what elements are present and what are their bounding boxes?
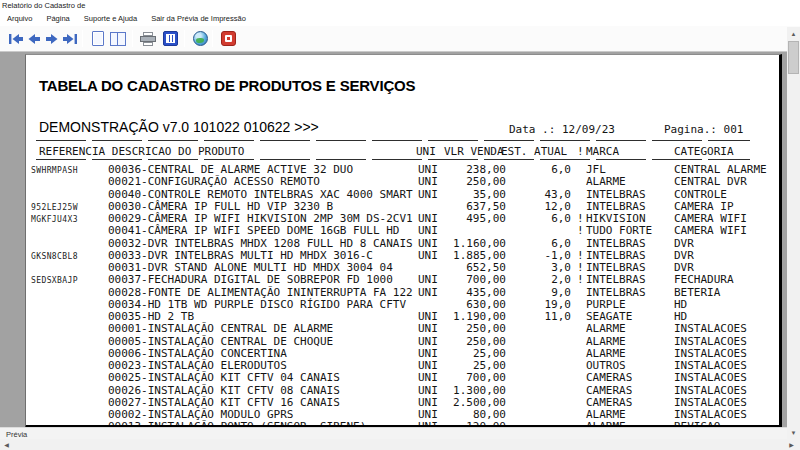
horizontal-scrollbar[interactable]: ◀ ▶ (0, 439, 800, 450)
previous-page-button[interactable] (24, 29, 44, 48)
table-row: 00041-CÂMERA IP WIFI SPEED DOME 16GB FUL… (26, 225, 779, 237)
scroll-right-arrow-icon[interactable]: ▶ (785, 439, 798, 450)
column-header-marca: MARCA (586, 145, 619, 158)
cell-marca: ALARME (586, 323, 626, 335)
report-date: Data .: 12/09/23 (509, 123, 615, 136)
table-row: 00026-INSTALAÇÃO KIT CFTV 08 CANAISUNI1.… (26, 385, 779, 397)
cell-marca: CAMERAS (586, 372, 632, 384)
cell-desc: 00005-INSTALAÇÃO CENTRAL DE CHOQUE (108, 336, 333, 348)
cell-marca: ALARME (586, 176, 626, 188)
last-page-button[interactable] (60, 29, 80, 48)
print-button[interactable] (138, 29, 158, 48)
report-setup-button[interactable] (160, 29, 180, 48)
status-label: Prévia (6, 430, 27, 439)
cell-desc: 00028-FONTE DE ALIMENTAÇÃO ININTERRUPTA … (108, 287, 413, 299)
table-row: 00001-INSTALAÇÃO CENTRAL DE ALARMEUNI250… (26, 323, 779, 335)
cell-vlr: 700,00 (396, 274, 506, 286)
cell-cat: DVR (674, 238, 694, 250)
cell-cat: CENTRAL DVR (674, 176, 747, 188)
report-demo-line: DEMONSTRAÇÃO v7.0 101022 010622 >>> (39, 119, 319, 135)
cell-marca: INTELBRAS (586, 189, 646, 201)
two-page-view-button[interactable] (108, 29, 128, 48)
cell-desc: 00040-CONTROLE REMOTO INTELBRAS XAC 4000… (108, 189, 413, 201)
cell-vlr: 35,00 (396, 189, 506, 201)
first-page-button[interactable] (6, 29, 26, 48)
cell-est: 43,0 (506, 189, 571, 201)
cell-desc: 00001-INSTALAÇÃO CENTRAL DE ALARME (108, 323, 333, 335)
column-header-vlr-venda: VLR VENDA (444, 145, 504, 158)
cell-vlr: 250,00 (396, 336, 506, 348)
cell-flag: ! (577, 274, 584, 286)
cell-vlr: 1.160,00 (396, 238, 506, 250)
report-page-number: Pagina.: 001 (664, 123, 743, 136)
cell-est: 6,0 (506, 238, 571, 250)
cell-marca: INTELBRAS (586, 287, 646, 299)
cell-desc: 00037-FECHADURA DIGITAL DE SOBREPOR FD 1… (108, 274, 393, 286)
cell-cat: BETERIA (674, 287, 720, 299)
toolbar-separator (184, 30, 185, 47)
menu-item-suporte-e-ajuda[interactable]: Suporte e Ajuda (77, 12, 144, 25)
cell-uni: UNI (418, 225, 438, 237)
table-row: 00025-INSTALAÇÃO KIT CFTV 04 CANAISUNI70… (26, 372, 779, 384)
menu-item-p-gina[interactable]: Página (39, 12, 76, 25)
cell-marca: INTELBRAS (586, 238, 646, 250)
menu-item-arquivo[interactable]: Arquivo (0, 12, 39, 25)
cell-vlr: 1.300,00 (396, 385, 506, 397)
vertical-scrollbar[interactable]: ▲ ▼ (787, 27, 800, 439)
table-row: SEDSXBAJP00037-FECHADURA DIGITAL DE SOBR… (26, 274, 779, 286)
cell-cat: INSTALACOES (674, 336, 747, 348)
column-header-referencia-descricao: REFERENCIA DESCRICAO DO PRODUTO (39, 145, 244, 158)
stop-close-button[interactable] (218, 29, 238, 48)
single-page-icon (92, 31, 104, 46)
single-page-view-button[interactable] (88, 29, 108, 48)
cell-vlr: 495,00 (396, 213, 506, 225)
cell-desc: 00021-CONFIGURAÇÃO ACESSO REMOTO (108, 176, 320, 188)
next-page-button[interactable] (42, 29, 62, 48)
cell-desc: 00026-INSTALAÇÃO KIT CFTV 08 CANAIS (108, 385, 340, 397)
toolbar-separator (132, 30, 133, 47)
title-bar: Relatório do Cadastro de (0, 0, 800, 11)
column-header-flag: ! (577, 145, 584, 158)
cell-est: 2,0 (506, 274, 571, 286)
next-page-icon (44, 33, 60, 45)
last-page-icon (62, 33, 78, 45)
product-table-rows: SWHRMPASH00036-CENTRAL DE ALARME ACTIVE … (26, 164, 779, 427)
cell-cat: FECHADURA (674, 274, 734, 286)
report-title: TABELA DO CADASTRO DE PRODUTOS E SERVIÇO… (39, 77, 415, 94)
toolbar: 1 ⌄ Nº Zoom Nº da Página: Número Página:… (0, 26, 800, 51)
cell-cat: CONTROLE (674, 189, 727, 201)
cell-desc: 00025-INSTALAÇÃO KIT CFTV 04 CANAIS (108, 372, 340, 384)
export-web-button[interactable] (190, 29, 210, 48)
cell-marca: CAMERAS (586, 385, 632, 397)
report-page: TABELA DO CADASTRO DE PRODUTOS E SERVIÇO… (25, 54, 782, 427)
scroll-up-arrow-icon[interactable]: ▲ (787, 27, 800, 40)
cell-marca: INTELBRAS (586, 274, 646, 286)
cell-cat: INSTALACOES (674, 385, 747, 397)
cell-desc: 00041-CÂMERA IP WIFI SPEED DOME 16GB FUL… (108, 225, 399, 237)
menu-bar: ArquivoPáginaSuporte e AjudaSair da Prév… (0, 11, 800, 26)
previous-page-icon (26, 33, 42, 45)
toolbar-separator (212, 30, 213, 47)
cell-desc: 00032-DVR INTELBRAS MHDX 1208 FULL HD 8 … (108, 238, 413, 250)
cell-cat: CAMERA WIFI (674, 225, 747, 237)
scroll-left-arrow-icon[interactable]: ◀ (0, 439, 13, 450)
header-rule (36, 159, 750, 160)
two-page-icon (110, 32, 127, 46)
menu-item-sair-da-pr-via-de-impress-o[interactable]: Sair da Prévia de Impressão (144, 12, 253, 25)
cell-cat: INSTALACOES (674, 372, 747, 384)
cell-cat: INSTALACOES (674, 323, 747, 335)
cell-est: 9,0 (506, 287, 571, 299)
preview-area: TABELA DO CADASTRO DE PRODUTOS E SERVIÇO… (0, 51, 787, 427)
cell-marca: ALARME (586, 336, 626, 348)
scroll-down-arrow-icon[interactable]: ▼ (787, 426, 800, 439)
cell-est: 11,0 (506, 311, 571, 323)
print-preview-window: Relatório do Cadastro de ArquivoPáginaSu… (0, 0, 800, 450)
printer-icon (140, 32, 156, 46)
status-bar: Prévia (0, 427, 787, 439)
table-row: 00028-FONTE DE ALIMENTAÇÃO ININTERRUPTA … (26, 287, 779, 299)
globe-icon (193, 31, 208, 46)
toolbar-separator (82, 30, 83, 47)
vertical-scrollbar-thumb[interactable] (788, 41, 799, 74)
cell-vlr: 250,00 (396, 176, 506, 188)
cell-flag: ! (577, 225, 584, 237)
